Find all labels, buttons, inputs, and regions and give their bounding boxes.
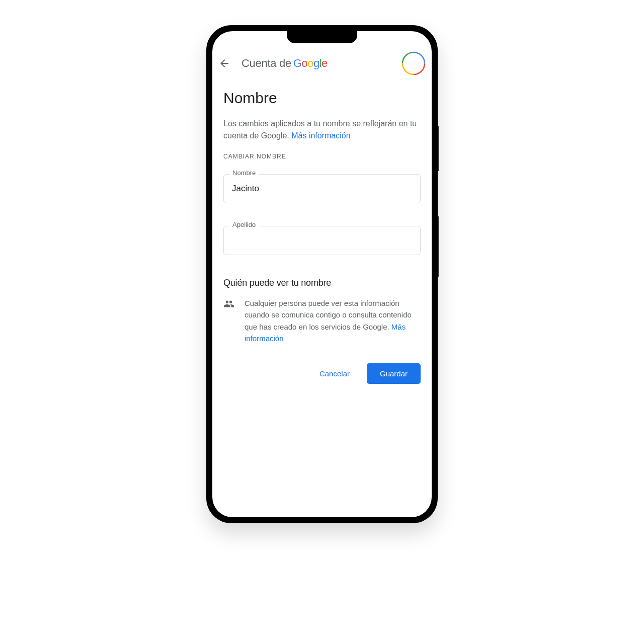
last-name-input[interactable] — [223, 226, 421, 255]
avatar[interactable] — [401, 51, 426, 75]
arrow-back-icon — [218, 57, 230, 69]
more-info-link[interactable]: Más información — [291, 131, 350, 140]
page-content: Nombre Los cambios aplicados a tu nombre… — [212, 84, 432, 390]
header-title-prefix: Cuenta de — [242, 57, 291, 70]
last-name-label: Apellido — [229, 221, 259, 228]
visibility-title: Quién puede ver tu nombre — [223, 278, 421, 288]
visibility-row: Cualquier persona puede ver esta informa… — [223, 297, 421, 344]
visibility-text: Cualquier persona puede ver esta informa… — [245, 297, 421, 344]
phone-screen: Cuenta de Google Nombre Los cambios apli… — [212, 31, 432, 517]
page-description: Los cambios aplicados a tu nombre se ref… — [223, 118, 421, 142]
section-label: CAMBIAR NOMBRE — [223, 153, 421, 160]
cancel-button[interactable]: Cancelar — [312, 365, 357, 382]
phone-frame: Cuenta de Google Nombre Los cambios apli… — [206, 25, 438, 523]
page-title: Nombre — [223, 90, 421, 107]
save-button[interactable]: Guardar — [367, 363, 421, 384]
last-name-group: Apellido — [223, 226, 421, 255]
first-name-label: Nombre — [229, 169, 259, 177]
header-title: Cuenta de Google — [242, 57, 328, 70]
first-name-group: Nombre — [223, 174, 421, 203]
button-row: Cancelar Guardar — [223, 363, 421, 384]
google-logo: Google — [293, 57, 328, 70]
app-header: Cuenta de Google — [212, 43, 432, 84]
first-name-input[interactable] — [223, 174, 421, 203]
phone-notch — [212, 31, 432, 43]
back-button[interactable] — [218, 57, 230, 69]
people-icon — [223, 298, 234, 311]
